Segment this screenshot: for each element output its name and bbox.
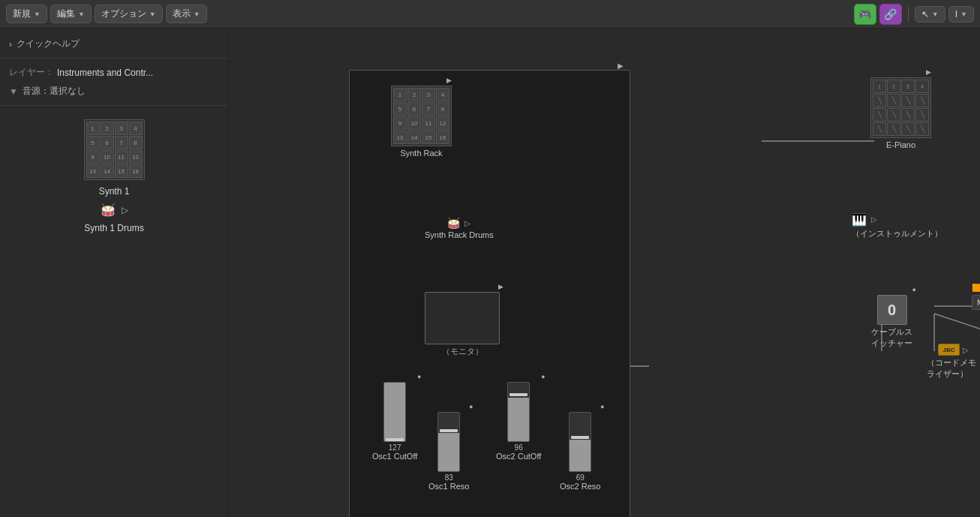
modwheel-label: ModWheel to Resonance bbox=[977, 298, 980, 307]
canvas-area[interactable]: ▶ ▶ 1 2 3 4 5 6 7 8 9 10 11 12 13 bbox=[229, 29, 980, 517]
cable-switcher-node[interactable]: ● 0 ケーブルス イッチャー bbox=[871, 295, 912, 349]
main-layout: › クイックヘルプ レイヤー： Instruments and Contr...… bbox=[0, 29, 980, 517]
modwheel-node[interactable]: 🟧 ▷ ModWheel to Resonance bbox=[972, 284, 980, 310]
drums-arrow: ▷ bbox=[464, 219, 470, 227]
synth1-drums-label: Synth 1 Drums bbox=[84, 223, 143, 233]
chevron-down-icon: ▼ bbox=[78, 11, 85, 18]
grid-cell: 11 bbox=[115, 150, 128, 164]
connector-dot-cable: ● bbox=[912, 286, 916, 293]
cable-switcher-box[interactable]: 0 bbox=[877, 295, 907, 325]
synth-rack-drums-label: Synth Rack Drums bbox=[425, 230, 494, 239]
options-button[interactable]: オプション ▼ bbox=[95, 5, 163, 23]
synth-rack-inner-node[interactable]: ▶ 1 2 3 4 5 6 7 8 9 10 11 12 13 14 15 bbox=[391, 86, 452, 158]
grid-cell: 12 bbox=[129, 150, 143, 164]
chord-mem-label: （コードメモライザー） bbox=[927, 357, 980, 380]
slider-fill bbox=[438, 433, 459, 471]
osc1-reso-label: Osc1 Reso bbox=[428, 482, 469, 491]
chord-mem-node[interactable]: JBC ▷ （コードメモライザー） bbox=[927, 344, 980, 380]
osc2-cutoff-label: Osc2 CutOff bbox=[496, 452, 541, 461]
epiano-grid: 1 2 3 4 bbox=[870, 77, 931, 138]
monitor-node[interactable]: ▶ （モニタ） bbox=[425, 292, 500, 357]
osc2-reso-slider[interactable] bbox=[569, 412, 591, 472]
chevron-down-icon: ▼ bbox=[194, 11, 200, 18]
sidebar-instrument-synth1[interactable]: 1 2 3 4 5 6 7 8 9 10 11 12 13 14 15 16 S… bbox=[0, 110, 228, 242]
synth1-label: Synth 1 bbox=[99, 186, 130, 197]
text-cursor-icon: I bbox=[955, 9, 957, 20]
osc1-cutoff-label: Osc1 CutOff bbox=[372, 452, 417, 461]
slider-thumb bbox=[571, 436, 589, 439]
connector-dot: ● bbox=[600, 403, 604, 410]
slider-thumb bbox=[440, 429, 458, 432]
slider-fill bbox=[508, 398, 529, 442]
grid-cell: 9 bbox=[86, 150, 100, 164]
chevron-right-icon: › bbox=[9, 39, 12, 50]
synth-rack-container[interactable]: ▶ ▶ 1 2 3 4 5 6 7 8 9 10 11 12 13 bbox=[349, 70, 630, 517]
svg-line-8 bbox=[934, 314, 980, 344]
view-button[interactable]: 表示 ▼ bbox=[166, 5, 207, 23]
drums-icon: 🥁 bbox=[101, 203, 116, 217]
synth-rack-grid: 1 2 3 4 5 6 7 8 9 10 11 12 13 14 15 16 bbox=[391, 86, 452, 146]
cable-switcher-label: ケーブルス イッチャー bbox=[871, 326, 912, 349]
osc1-cutoff-slider[interactable] bbox=[383, 382, 406, 442]
synth1-drums-widget[interactable]: 🥁 ▷ bbox=[101, 203, 128, 217]
grid-cell: 16 bbox=[129, 164, 143, 178]
modwheel-box[interactable]: ModWheel to Resonance bbox=[972, 295, 980, 310]
sidebar-divider bbox=[0, 58, 228, 59]
toolbar-separator bbox=[908, 7, 909, 22]
sidebar-quick-help[interactable]: › クイックヘルプ bbox=[0, 35, 228, 53]
connector-dot: ● bbox=[417, 373, 421, 380]
grid-cell: 3 bbox=[115, 122, 128, 135]
sidebar-layer-row: レイヤー： Instruments and Contr... bbox=[0, 63, 228, 82]
epiano-node[interactable]: ▶ 1 2 3 4 E-Piano bbox=[870, 77, 931, 149]
grid-cell: 14 bbox=[101, 164, 114, 178]
edit-button[interactable]: 編集 ▼ bbox=[50, 5, 92, 23]
text-cursor-button[interactable]: I ▼ bbox=[948, 6, 974, 23]
osc1-cutoff-group[interactable]: ● 127 Osc1 CutOff bbox=[372, 382, 417, 461]
new-button[interactable]: 新規 ▼ bbox=[6, 5, 47, 23]
connector-dot: ● bbox=[469, 403, 473, 410]
cursor-icon: ↖ bbox=[921, 9, 929, 20]
arrow-icon-chord: ▷ bbox=[963, 346, 969, 354]
grid-cell: 2 bbox=[101, 122, 114, 135]
chevron-down-icon: ▼ bbox=[960, 11, 967, 18]
osc2-cutoff-group[interactable]: ● 96 Osc2 CutOff bbox=[496, 382, 541, 461]
midi-indicator: 🟧 bbox=[972, 284, 980, 292]
chevron-down-icon: ▼ bbox=[34, 11, 41, 18]
toolbar: 新規 ▼ 編集 ▼ オプション ▼ 表示 ▼ 🎮 🔗 ↖ ▼ I ▼ bbox=[0, 0, 980, 29]
chevron-down-icon: ▼ bbox=[9, 86, 18, 97]
cable-val: 0 bbox=[888, 302, 896, 319]
drums-arrow-icon: ▷ bbox=[122, 205, 128, 215]
slider-thumb bbox=[510, 393, 528, 396]
arrow-icon: ▷ bbox=[871, 215, 877, 224]
osc2-reso-value: 69 bbox=[576, 473, 585, 482]
grid-cell: 7 bbox=[115, 136, 128, 149]
instrument-icon: 🎹 bbox=[852, 212, 867, 227]
grid-cell: 10 bbox=[101, 150, 114, 164]
slider-fill bbox=[570, 440, 591, 471]
grid-cell: 5 bbox=[86, 136, 100, 149]
sidebar: › クイックヘルプ レイヤー： Instruments and Contr...… bbox=[0, 29, 229, 517]
osc1-cutoff-value: 127 bbox=[389, 443, 401, 452]
layer-value: Instruments and Contr... bbox=[57, 68, 153, 78]
quick-help-label: クイックヘルプ bbox=[17, 38, 80, 50]
green-icon-button[interactable]: 🎮 bbox=[854, 4, 876, 25]
osc2-reso-group[interactable]: ● 69 Osc2 Reso bbox=[560, 412, 600, 491]
monitor-display bbox=[425, 292, 500, 344]
osc2-cutoff-slider[interactable] bbox=[507, 382, 530, 442]
instrument-node[interactable]: 🎹 ▷ （インストゥルメント） bbox=[852, 212, 942, 239]
cursor-button[interactable]: ↖ ▼ bbox=[915, 6, 945, 23]
drums-icon: 🥁 bbox=[447, 217, 460, 229]
grid-cell: 8 bbox=[129, 136, 143, 149]
source-value: 選択なし bbox=[50, 85, 86, 98]
synth-rack-drums-node[interactable]: 🥁 ▷ Synth Rack Drums bbox=[425, 217, 494, 239]
osc1-reso-group[interactable]: ● 83 Osc1 Reso bbox=[428, 412, 469, 491]
sidebar-divider2 bbox=[0, 105, 228, 106]
osc2-cutoff-value: 96 bbox=[515, 443, 523, 452]
osc2-reso-label: Osc2 Reso bbox=[560, 482, 600, 491]
sidebar-source-row: ▼ 音源： 選択なし bbox=[0, 82, 228, 101]
chord-mem-badge: JBC bbox=[938, 344, 959, 356]
link-icon-button[interactable]: 🔗 bbox=[879, 4, 902, 25]
synth1-grid: 1 2 3 4 5 6 7 8 9 10 11 12 13 14 15 16 bbox=[84, 119, 145, 180]
grid-cell: 1 bbox=[86, 122, 100, 135]
osc1-reso-slider[interactable] bbox=[437, 412, 460, 472]
